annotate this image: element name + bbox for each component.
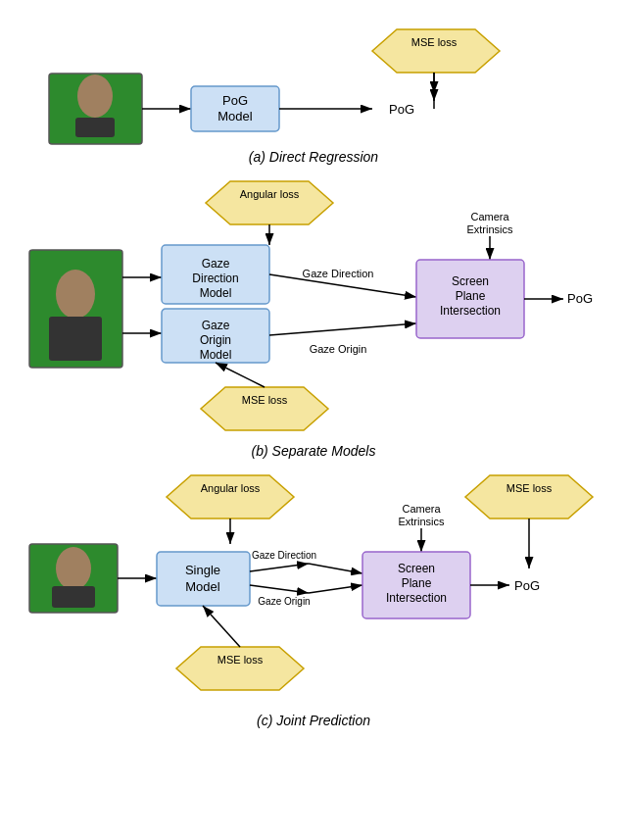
svg-line-41 (250, 585, 309, 593)
svg-point-36 (56, 547, 91, 590)
single-model-c: Single (185, 563, 220, 577)
diagram-c-svg: Angular loss MSE loss Camera Extrinsics … (10, 466, 617, 740)
angular-loss-c: Angular loss (201, 482, 261, 494)
camera-extrinsics-b: Camera (470, 211, 509, 222)
gaze-origin-model-b3: Model (200, 348, 232, 362)
diagram-a: MSE loss PoG Model (10, 20, 617, 172)
gaze-origin-label-b: Gaze Origin (310, 343, 367, 355)
label-a: (a) Direct Regression (249, 149, 378, 165)
diagram-b-svg: Angular loss Camera Extrinsics Gaze Dire… (10, 172, 617, 466)
svg-line-43 (309, 585, 362, 593)
main-container: MSE loss PoG Model (0, 0, 627, 760)
svg-rect-37 (52, 586, 95, 608)
camera-extrinsics-c: Camera (402, 503, 441, 515)
spi-c3: Intersection (386, 591, 447, 605)
gaze-origin-model-b2: Origin (200, 333, 231, 347)
spi-c2: Plane (402, 576, 432, 590)
gaze-dir-model-b2: Direction (192, 272, 238, 285)
mse-loss-top-c: MSE loss (506, 482, 553, 494)
diagram-a-svg: MSE loss PoG Model (10, 20, 617, 172)
pog-model-label: PoG (222, 93, 248, 108)
gaze-dir-model-b: Gaze (202, 257, 230, 271)
svg-line-42 (309, 564, 362, 573)
mse-loss-b: MSE loss (242, 394, 288, 406)
gaze-origin-model-b: Gaze (202, 319, 230, 332)
svg-point-3 (77, 74, 113, 118)
svg-rect-4 (75, 118, 115, 137)
gaze-dir-c: Gaze Direction (252, 550, 316, 561)
svg-rect-18 (49, 317, 102, 361)
camera-extrinsics-b2: Extrinsics (466, 223, 513, 235)
diagram-c: Angular loss MSE loss Camera Extrinsics … (10, 466, 617, 740)
svg-line-24 (269, 323, 416, 335)
angular-loss-b: Angular loss (240, 188, 300, 200)
diagram-b: Angular loss Camera Extrinsics Gaze Dire… (10, 172, 617, 466)
svg-point-17 (56, 270, 95, 319)
pog-output-b: PoG (567, 291, 593, 306)
gaze-dir-label-b: Gaze Direction (303, 268, 374, 279)
spi-b3: Intersection (440, 304, 501, 318)
svg-line-40 (250, 564, 309, 571)
mse-loss-c: MSE loss (217, 654, 264, 666)
svg-line-47 (203, 606, 240, 647)
single-model-c2: Model (185, 579, 220, 594)
pog-output-a: PoG (389, 102, 414, 117)
pog-model-label2: Model (217, 109, 253, 124)
gaze-origin-c: Gaze Origin (258, 596, 310, 607)
gaze-dir-model-b3: Model (200, 286, 232, 300)
label-b: (b) Separate Models (252, 443, 376, 459)
label-c: (c) Joint Prediction (257, 713, 370, 728)
pog-output-c: PoG (514, 578, 540, 593)
mse-loss-label-a: MSE loss (411, 36, 458, 48)
camera-extrinsics-c2: Extrinsics (398, 516, 445, 527)
spi-b: Screen (452, 274, 489, 288)
spi-c: Screen (398, 562, 435, 575)
svg-line-28 (216, 363, 265, 387)
spi-b2: Plane (456, 289, 486, 303)
